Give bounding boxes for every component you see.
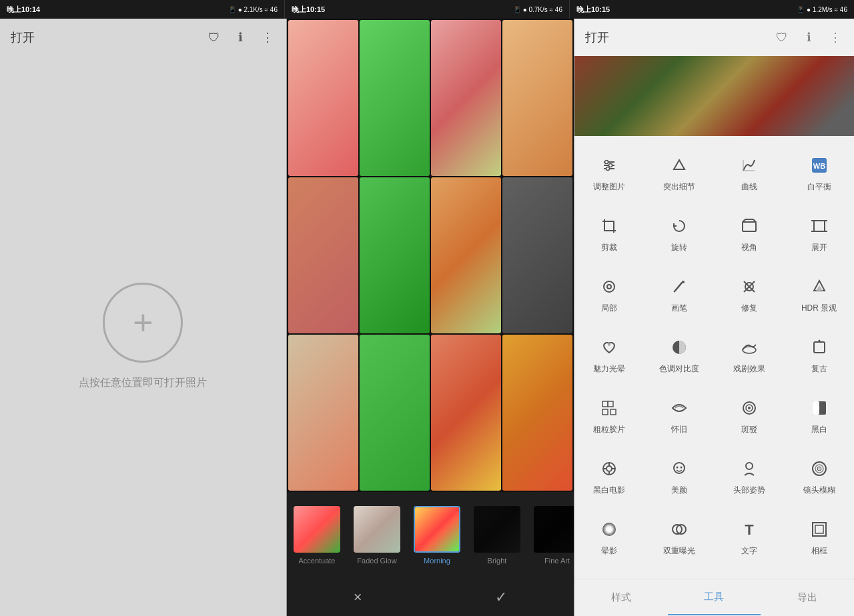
status-icons-left: 📱 ● 2.1K/s ≈ 46 (228, 6, 278, 13)
tool-pose[interactable]: 头部姿势 (714, 450, 784, 503)
status-bars: 晚上10:14 📱 ● 2.1K/s ≈ 46 晚上10:15 📱 ● 0.7K… (0, 0, 854, 19)
tool-frame[interactable]: 相框 (784, 511, 854, 563)
tool-detail[interactable]: 突出细节 (645, 147, 715, 199)
right-shield-icon[interactable]: 🛡 (774, 29, 790, 45)
tool-expand[interactable]: 展开 (784, 207, 854, 260)
shield-icon[interactable]: 🛡 (206, 29, 222, 45)
filter-morning[interactable]: Morning (407, 506, 467, 565)
filter-thumb-accentuate (294, 506, 340, 553)
filter-thumb-bright (474, 506, 520, 553)
svg-point-56 (602, 523, 616, 536)
add-circle-label: 点按任意位置即可打开照片 (79, 376, 207, 390)
tab-style[interactable]: 样式 (574, 581, 668, 615)
tool-rotate[interactable]: 旋转 (645, 207, 715, 260)
tool-heal[interactable]: 修复 (714, 268, 784, 321)
tool-retro-label: 怀旧 (671, 424, 687, 435)
add-photo-area[interactable]: + 点按任意位置即可打开照片 (79, 283, 207, 390)
tool-rotate-label: 旋转 (671, 242, 687, 253)
detail-icon (667, 153, 691, 177)
glamour-icon (597, 335, 621, 359)
tool-local[interactable]: 局部 (574, 268, 645, 321)
info-icon[interactable]: ℹ (233, 29, 249, 45)
tool-bwfilm[interactable]: 黑白电影 (574, 450, 645, 503)
svg-point-51 (681, 467, 683, 469)
filter-thumb-fadedglow (354, 506, 400, 553)
tool-beauty[interactable]: 美颜 (645, 450, 715, 503)
svg-point-21 (607, 285, 611, 289)
tool-doubleexp-label: 双重曝光 (663, 545, 695, 557)
tool-row-5: 粗粒胶片 怀旧 斑驳 (574, 385, 854, 446)
tool-vignette-label: 晕影 (601, 545, 617, 557)
tool-adjust-label: 调整图片 (593, 181, 625, 193)
filter-accentuate[interactable]: Accentuate (287, 506, 347, 565)
svg-point-4 (609, 164, 612, 167)
tool-doubleexp[interactable]: 双重曝光 (645, 511, 715, 563)
status-bar-left: 晚上10:14 📱 ● 2.1K/s ≈ 46 (0, 0, 285, 19)
svg-point-52 (746, 463, 753, 469)
svg-point-50 (677, 467, 679, 469)
tool-glamour[interactable]: 魅力光晕 (574, 329, 645, 381)
tool-spot[interactable]: 斑驳 (714, 389, 784, 442)
left-header: 打开 🛡 ℹ ⋮ (0, 19, 286, 56)
grain-icon (597, 396, 621, 420)
tool-lens[interactable]: 镜头模糊 (784, 450, 854, 503)
filter-strip: Accentuate Faded Glow Morning Bright (287, 492, 574, 579)
tool-grain[interactable]: 粗粒胶片 (574, 389, 645, 442)
cancel-button[interactable]: × (340, 583, 376, 611)
tool-tonecont[interactable]: 色调对比度 (645, 329, 715, 381)
tool-row-3: 局部 画笔 修复 HD (574, 264, 854, 325)
tab-export[interactable]: 导出 (761, 581, 854, 615)
wb-icon: WB (807, 153, 831, 177)
svg-text:WB: WB (813, 162, 825, 170)
tools-grid: 调整图片 突出细节 曲线 WB (574, 136, 854, 579)
photo-cell-3 (431, 20, 501, 176)
tool-adjust[interactable]: 调整图片 (574, 147, 645, 199)
tab-tools[interactable]: 工具 (668, 580, 761, 615)
tool-text-label: 文字 (741, 545, 757, 557)
tool-drama-label: 戏剧效果 (733, 363, 765, 375)
svg-point-44 (606, 466, 612, 471)
filter-preview-fadedglow (354, 506, 400, 553)
tool-brush[interactable]: 画笔 (645, 268, 715, 321)
add-circle-button[interactable]: + (103, 283, 183, 363)
svg-rect-60 (813, 523, 826, 536)
filter-fineart[interactable]: Fine Art (527, 506, 574, 565)
tool-frame-label: 相框 (811, 545, 827, 557)
tool-heal-label: 修复 (741, 303, 757, 314)
svg-point-30 (743, 347, 756, 353)
svg-point-22 (682, 281, 685, 283)
tool-bw-label: 黑白 (811, 424, 827, 435)
filter-label-bright: Bright (488, 557, 507, 565)
beauty-icon (667, 457, 691, 481)
svg-rect-61 (815, 525, 823, 533)
svg-point-33 (818, 340, 820, 342)
filter-preview-morning (415, 507, 459, 551)
confirm-button[interactable]: ✓ (482, 583, 520, 611)
filter-fadedglow[interactable]: Faded Glow (347, 506, 407, 565)
tool-retro[interactable]: 怀旧 (645, 389, 715, 442)
tool-bw[interactable]: 黑白 (784, 389, 854, 442)
tool-curve[interactable]: 曲线 (714, 147, 784, 199)
more-icon[interactable]: ⋮ (260, 29, 276, 45)
filter-bright[interactable]: Bright (467, 506, 527, 565)
tool-drama[interactable]: 戏剧效果 (714, 329, 784, 381)
right-more-icon[interactable]: ⋮ (827, 29, 843, 45)
photo-cell-2 (360, 20, 430, 176)
tool-vignette[interactable]: 晕影 (574, 511, 645, 563)
tool-perspective[interactable]: 视角 (714, 207, 784, 260)
status-icons-mid: 📱 ● 0.7K/s ≈ 46 (513, 6, 562, 13)
tool-crop[interactable]: 剪裁 (574, 207, 645, 260)
tool-perspective-label: 视角 (741, 242, 757, 253)
svg-point-5 (606, 167, 610, 171)
tool-text[interactable]: T 文字 (714, 511, 784, 563)
right-info-icon[interactable]: ℹ (801, 29, 817, 45)
left-header-title: 打开 (11, 29, 35, 45)
left-content[interactable]: + 点按任意位置即可打开照片 (0, 56, 286, 616)
tool-hdr-label: HDR 景观 (801, 303, 837, 314)
tool-vintage[interactable]: 复古 (784, 329, 854, 381)
drama-icon (737, 335, 761, 359)
tool-hdr[interactable]: HDR 景观 (784, 268, 854, 321)
filter-label-accentuate: Accentuate (298, 557, 335, 565)
filter-thumb-fineart (534, 506, 574, 553)
tool-wb[interactable]: WB 白平衡 (784, 147, 854, 199)
